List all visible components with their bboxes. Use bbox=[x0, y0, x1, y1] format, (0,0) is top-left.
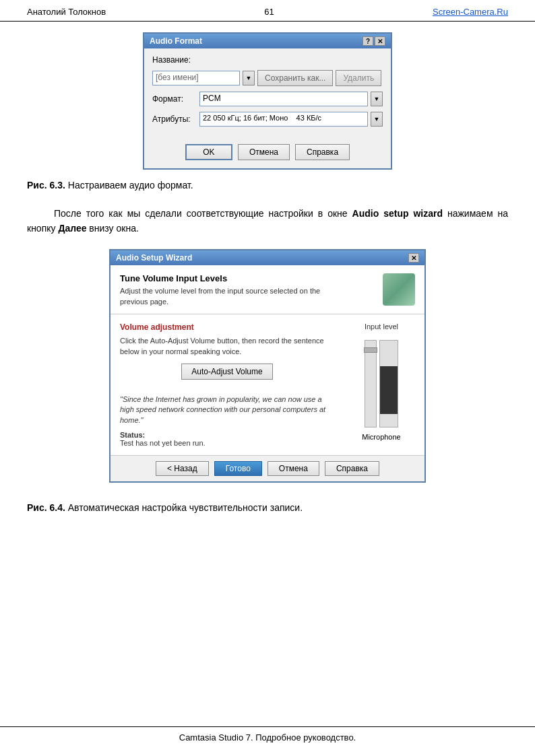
format-select[interactable]: PCM bbox=[199, 92, 368, 106]
wizard-section-title: Tune Volume Input Levels bbox=[120, 273, 336, 283]
wizard-left-col: Volume adjustment Click the Auto-Adjust … bbox=[120, 322, 334, 447]
audio-format-title: Audio Format bbox=[150, 36, 202, 46]
audio-format-titlebar: Audio Format ? ✕ bbox=[144, 34, 391, 48]
audio-format-body: Название: [без имени] ▼ Сохранить как...… bbox=[144, 48, 391, 139]
status-section: Status: Test has not yet been run. bbox=[120, 431, 334, 447]
page-number: 61 bbox=[264, 7, 274, 17]
close-titlebar-btn[interactable]: ✕ bbox=[375, 36, 385, 46]
titlebar-buttons: ? ✕ bbox=[363, 36, 385, 46]
auto-adjust-btn[interactable]: Auto-Adjust Volume bbox=[181, 364, 272, 380]
wizard-header-text: Tune Volume Input Levels Adjust the volu… bbox=[120, 273, 336, 307]
main-content: Audio Format ? ✕ Название: [без имени] bbox=[0, 32, 535, 515]
name-dropdown-btn[interactable]: ▼ bbox=[243, 71, 255, 85]
audio-format-footer: OK Отмена Справка bbox=[144, 139, 391, 168]
figure-4-description: Автоматическая настройка чувствительност… bbox=[68, 502, 303, 513]
format-dropdown-arrow[interactable]: ▼ bbox=[371, 92, 383, 106]
level-slider[interactable] bbox=[365, 340, 377, 427]
bold-audio: Audio setup wizard bbox=[352, 208, 443, 219]
wizard-close-btn[interactable]: ✕ bbox=[408, 253, 419, 263]
wizard-title: Audio Setup Wizard bbox=[116, 253, 192, 263]
wizard-icon bbox=[383, 273, 415, 306]
wizard-header-section: Tune Volume Input Levels Adjust the volu… bbox=[111, 265, 424, 314]
wizard-help-btn[interactable]: Справка bbox=[325, 461, 379, 476]
save-as-btn[interactable]: Сохранить как... bbox=[257, 70, 333, 86]
wizard-cancel-btn[interactable]: Отмена bbox=[268, 461, 319, 476]
name-row: Название: bbox=[152, 55, 383, 65]
volume-adj-text: Click the Auto-Adjust Volume button, the… bbox=[120, 336, 334, 357]
audio-format-dialog-container: Audio Format ? ✕ Название: [без имени] bbox=[27, 32, 508, 170]
wizard-dialog: Audio Setup Wizard ✕ Tune Volume Input L… bbox=[109, 249, 426, 483]
help-btn[interactable]: Справка bbox=[295, 144, 350, 160]
attributes-select-group: 22 050 кГц; 16 бит; Моно 43 КБ/с ▼ bbox=[199, 112, 383, 127]
input-level-label: Input level bbox=[365, 322, 398, 331]
format-label: Формат: bbox=[152, 94, 199, 104]
status-label: Status: bbox=[120, 431, 145, 439]
name-label: Название: bbox=[152, 55, 199, 65]
body-paragraph: После того как мы сделали соответствующи… bbox=[27, 206, 508, 236]
bold-dalee: Далее bbox=[58, 223, 86, 234]
page-header: Анатолий Толокнов 61 Screen-Camera.Ru bbox=[0, 0, 535, 22]
level-bar bbox=[379, 340, 398, 427]
author-name: Анатолий Толокнов bbox=[27, 7, 106, 17]
volume-adj-label: Volume adjustment bbox=[120, 322, 334, 332]
attributes-row: Атрибуты: 22 050 кГц; 16 бит; Моно 43 КБ… bbox=[152, 112, 383, 127]
wizard-content: Volume adjustment Click the Auto-Adjust … bbox=[111, 314, 424, 455]
help-titlebar-btn[interactable]: ? bbox=[363, 36, 373, 46]
wizard-footer: < Назад Готово Отмена Справка bbox=[111, 456, 424, 481]
site-link[interactable]: Screen-Camera.Ru bbox=[433, 7, 508, 17]
wizard-dialog-container: Audio Setup Wizard ✕ Tune Volume Input L… bbox=[27, 249, 508, 492]
delete-btn[interactable]: Удалить bbox=[336, 70, 381, 86]
figure-3-label: Рис. 6.3. bbox=[27, 180, 65, 191]
name-input-group: [без имени] ▼ Сохранить как... Удалить bbox=[152, 70, 383, 86]
figure-3-description: Настраиваем аудио формат. bbox=[68, 180, 193, 191]
level-meter bbox=[365, 340, 398, 427]
sample-text: "Since the Internet has grown in popular… bbox=[120, 394, 334, 425]
attributes-dropdown-arrow[interactable]: ▼ bbox=[371, 112, 383, 127]
footer-text: Camtasia Studio 7. Подробное руководство… bbox=[179, 732, 356, 743]
attributes-select[interactable]: 22 050 кГц; 16 бит; Моно 43 КБ/с bbox=[199, 112, 368, 127]
microphone-label: Microphone bbox=[362, 433, 400, 441]
name-input[interactable]: [без имени] bbox=[152, 71, 240, 85]
finish-btn[interactable]: Готово bbox=[214, 461, 262, 476]
figure-4-caption: Рис. 6.4. Автоматическая настройка чувст… bbox=[27, 502, 508, 515]
figure-4-label: Рис. 6.4. bbox=[27, 502, 65, 513]
format-select-group: PCM ▼ bbox=[199, 92, 383, 106]
wizard-right-col: Input level Microphone bbox=[348, 322, 415, 447]
cancel-btn[interactable]: Отмена bbox=[238, 144, 290, 160]
attributes-label: Атрибуты: bbox=[152, 114, 199, 124]
audio-format-dialog: Audio Format ? ✕ Название: [без имени] bbox=[143, 32, 392, 170]
name-input-row: [без имени] ▼ Сохранить как... Удалить bbox=[152, 70, 383, 86]
wizard-titlebar: Audio Setup Wizard ✕ bbox=[111, 250, 424, 265]
wizard-body: Tune Volume Input Levels Adjust the volu… bbox=[111, 265, 424, 481]
ok-btn[interactable]: OK bbox=[185, 144, 232, 160]
format-row: Формат: PCM ▼ bbox=[152, 92, 383, 106]
wizard-section-subtitle: Adjust the volume level from the input s… bbox=[120, 286, 336, 307]
status-value: Test has not yet been run. bbox=[120, 439, 206, 447]
back-btn[interactable]: < Назад bbox=[156, 461, 209, 476]
page-footer: Camtasia Studio 7. Подробное руководство… bbox=[0, 726, 535, 743]
figure-3-caption: Рис. 6.3. Настраиваем аудио формат. bbox=[27, 179, 508, 193]
slider-thumb bbox=[364, 347, 377, 353]
